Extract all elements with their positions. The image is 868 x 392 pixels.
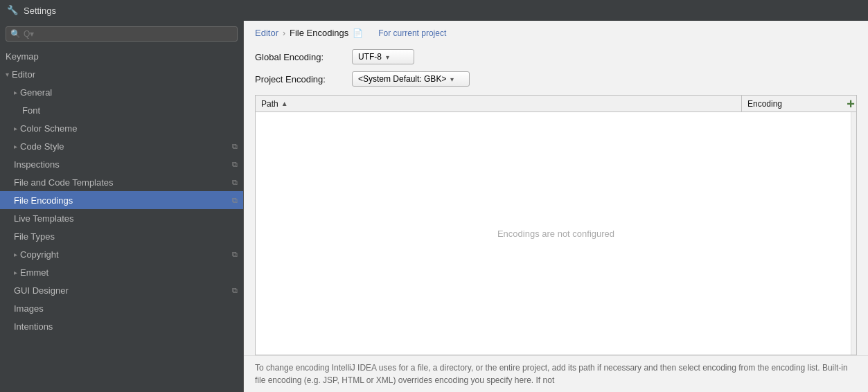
- project-encoding-label: Project Encoding:: [255, 74, 345, 84]
- title-bar: 🔧 Settings: [0, 0, 868, 21]
- vertical-scrollbar[interactable]: [851, 112, 856, 355]
- sidebar-item-label: Intentions: [14, 321, 238, 332]
- document-icon: 📄: [353, 28, 363, 38]
- sidebar-item-label: Editor: [12, 69, 238, 80]
- global-encoding-row: Global Encoding: UTF-8 ▾: [255, 49, 857, 64]
- sort-arrow-icon: ▲: [281, 100, 288, 107]
- sidebar-item-label: Code Style: [20, 141, 232, 152]
- window-title: Settings: [24, 6, 56, 16]
- global-encoding-value: UTF-8: [358, 52, 382, 62]
- sidebar-item-label: File Types: [14, 231, 238, 242]
- sidebar-item-gui-designer[interactable]: GUI Designer ⧉: [0, 281, 243, 299]
- copy-icon: ⧉: [232, 160, 238, 169]
- breadcrumb: Editor › File Encodings 📄 For current pr…: [244, 21, 868, 44]
- copy-icon: ⧉: [232, 196, 238, 205]
- sidebar-item-label: Font: [22, 105, 238, 116]
- sidebar-item-file-encodings[interactable]: File Encodings ⧉: [0, 191, 243, 209]
- settings-form: Global Encoding: UTF-8 ▾ Project Encodin…: [244, 44, 868, 92]
- main-content: 🔍 Keymap ▾ Editor ▸ General: [0, 21, 868, 392]
- copy-icon: ⧉: [232, 142, 238, 151]
- sidebar-item-color-scheme[interactable]: ▸ Color Scheme: [0, 119, 243, 137]
- sidebar-item-intentions[interactable]: Intentions: [0, 317, 243, 335]
- sidebar-item-file-types[interactable]: File Types: [0, 227, 243, 245]
- app-icon: 🔧: [7, 5, 18, 16]
- sidebar-item-label: Live Templates: [14, 213, 238, 224]
- table-body: Encodings are not configured: [256, 112, 856, 355]
- global-encoding-label: Global Encoding:: [255, 52, 345, 62]
- chevron-right-icon: ▸: [14, 269, 17, 276]
- dropdown-arrow-icon: ▾: [386, 53, 389, 61]
- copy-icon: ⧉: [232, 178, 238, 187]
- chevron-right-icon: ▸: [14, 89, 17, 96]
- sidebar-item-editor[interactable]: ▾ Editor: [0, 65, 243, 83]
- search-input[interactable]: [24, 29, 233, 39]
- breadcrumb-separator: ›: [283, 28, 285, 38]
- copy-icon: ⧉: [232, 250, 238, 259]
- project-encoding-value: <System Default: GBK>: [358, 74, 446, 84]
- chevron-right-icon: ▸: [14, 251, 17, 258]
- sidebar-item-label: File Encodings: [14, 195, 232, 206]
- sidebar-item-label: File and Code Templates: [14, 177, 232, 188]
- breadcrumb-current: File Encodings: [290, 28, 348, 38]
- copy-icon: ⧉: [232, 286, 238, 295]
- sidebar-item-label: Color Scheme: [20, 123, 238, 134]
- sidebar-item-label: Emmet: [20, 267, 238, 278]
- chevron-right-icon: ▸: [14, 125, 17, 132]
- column-encoding: Encoding: [742, 96, 856, 112]
- for-current-project-link[interactable]: For current project: [378, 28, 446, 38]
- add-encoding-button[interactable]: +: [847, 97, 855, 111]
- sidebar-item-label: General: [20, 87, 238, 98]
- breadcrumb-editor[interactable]: Editor: [255, 28, 278, 38]
- sidebar-item-font[interactable]: Font: [0, 101, 243, 119]
- sidebar-list: Keymap ▾ Editor ▸ General Font: [0, 47, 243, 392]
- project-encoding-row: Project Encoding: <System Default: GBK> …: [255, 71, 857, 87]
- sidebar: 🔍 Keymap ▾ Editor ▸ General: [0, 21, 244, 392]
- sidebar-item-inspections[interactable]: Inspections ⧉: [0, 155, 243, 173]
- settings-window: 🔧 Settings 🔍 Keymap ▾ Editor: [0, 0, 868, 392]
- bottom-description: To change encoding IntelliJ IDEA uses fo…: [244, 355, 868, 392]
- project-encoding-select[interactable]: <System Default: GBK> ▾: [352, 71, 470, 87]
- sidebar-item-label: Copyright: [20, 249, 232, 260]
- empty-message: Encodings are not configured: [497, 229, 614, 239]
- sidebar-item-images[interactable]: Images: [0, 299, 243, 317]
- sidebar-item-label: GUI Designer: [14, 285, 232, 296]
- sidebar-item-general[interactable]: ▸ General: [0, 83, 243, 101]
- sidebar-item-code-style[interactable]: ▸ Code Style ⧉: [0, 137, 243, 155]
- table-header: Path ▲ Encoding +: [256, 96, 856, 112]
- search-icon: 🔍: [10, 29, 21, 39]
- sidebar-item-label: Images: [14, 303, 238, 314]
- sidebar-item-label: Inspections: [14, 159, 232, 170]
- sidebar-item-keymap[interactable]: Keymap: [0, 47, 243, 65]
- sidebar-item-file-code-templates[interactable]: File and Code Templates ⧉: [0, 173, 243, 191]
- chevron-right-icon: ▸: [14, 143, 17, 150]
- sidebar-item-live-templates[interactable]: Live Templates: [0, 209, 243, 227]
- sidebar-item-emmet[interactable]: ▸ Emmet: [0, 263, 243, 281]
- encodings-table: Path ▲ Encoding + Encodings are not conf…: [255, 95, 857, 355]
- search-box[interactable]: 🔍: [6, 26, 238, 42]
- sidebar-item-copyright[interactable]: ▸ Copyright ⧉: [0, 245, 243, 263]
- column-path: Path ▲: [256, 96, 742, 112]
- main-panel: Editor › File Encodings 📄 For current pr…: [244, 21, 868, 392]
- global-encoding-select[interactable]: UTF-8 ▾: [352, 49, 414, 64]
- sidebar-item-label: Keymap: [6, 51, 238, 62]
- chevron-down-icon: ▾: [6, 71, 9, 78]
- dropdown-arrow-icon: ▾: [450, 75, 454, 83]
